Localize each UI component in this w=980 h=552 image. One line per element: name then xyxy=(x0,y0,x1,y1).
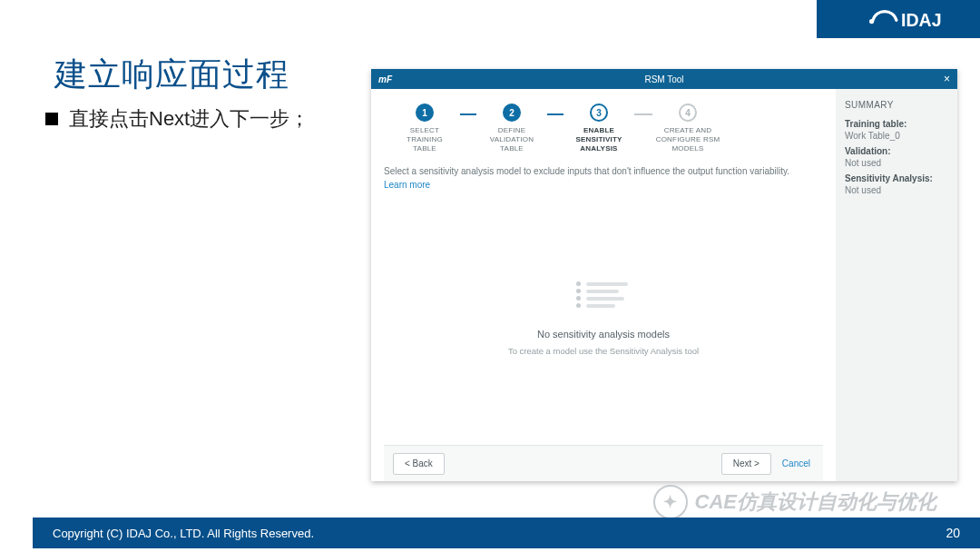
step-4[interactable]: 4 CREATE AND CONFIGURE RSM MODELS xyxy=(652,104,723,153)
step-3-circle: 3 xyxy=(590,104,608,122)
watermark: ✦ CAE仿真设计自动化与优化 xyxy=(653,485,936,519)
empty-state: No sensitivity analysis models To create… xyxy=(384,190,823,445)
brand-banner: IDAJ xyxy=(817,0,980,38)
step-3[interactable]: 3 ENABLE SENSITIVITY ANALYSIS xyxy=(564,104,634,153)
bullet-row: 直接点击Next进入下一步； xyxy=(45,105,309,133)
step-1-circle: 1 xyxy=(416,104,434,122)
summary-v-sensitivity: Not used xyxy=(845,185,948,195)
empty-state-title: No sensitivity analysis models xyxy=(537,329,670,340)
slide-title: 建立响应面过程 xyxy=(54,53,289,97)
step-2-label: DEFINE VALIDATION TABLE xyxy=(490,126,534,153)
instruction-text: Select a sensitivity analysis model to e… xyxy=(384,166,823,176)
summary-k-training: Training table: xyxy=(845,119,948,129)
step-2[interactable]: 2 DEFINE VALIDATION TABLE xyxy=(476,104,547,153)
step-4-circle: 4 xyxy=(679,104,697,122)
close-icon[interactable]: × xyxy=(944,73,950,85)
bullet-text: 直接点击Next进入下一步； xyxy=(69,105,309,133)
app-main: 1 SELECT TRAINING TABLE 2 DEFINE VALIDAT… xyxy=(371,89,836,481)
step-connector xyxy=(547,113,564,115)
empty-state-subtitle: To create a model use the Sensitivity An… xyxy=(508,346,699,356)
summary-heading: SUMMARY xyxy=(845,100,948,110)
step-1[interactable]: 1 SELECT TRAINING TABLE xyxy=(389,104,460,153)
slide: IDAJ 建立响应面过程 直接点击Next进入下一步； mF RSM Tool … xyxy=(0,0,980,552)
empty-state-icon xyxy=(576,279,631,310)
watermark-text: CAE仿真设计自动化与优化 xyxy=(695,488,936,516)
bullet-icon xyxy=(45,113,58,125)
step-3-label: ENABLE SENSITIVITY ANALYSIS xyxy=(575,126,622,153)
summary-k-sensitivity: Sensitivity Analysis: xyxy=(845,173,948,183)
summary-v-validation: Not used xyxy=(845,158,948,168)
app-titlebar: mF RSM Tool × xyxy=(371,69,957,89)
page-number: 20 xyxy=(946,526,960,540)
app-brand-icon: mF xyxy=(378,74,392,84)
copyright-text: Copyright (C) IDAJ Co., LTD. All Rights … xyxy=(53,527,314,540)
slide-footer: Copyright (C) IDAJ Co., LTD. All Rights … xyxy=(33,518,980,548)
app-title: RSM Tool xyxy=(644,74,683,84)
wizard-footer: < Back Next > Cancel xyxy=(384,445,823,481)
summary-k-validation: Validation: xyxy=(845,146,948,156)
summary-v-training: Work Table_0 xyxy=(845,131,948,141)
svg-text:IDAJ: IDAJ xyxy=(901,10,941,30)
idaj-logo: IDAJ xyxy=(869,7,964,31)
next-button[interactable]: Next > xyxy=(721,453,771,475)
learn-more-link[interactable]: Learn more xyxy=(384,180,823,190)
back-button[interactable]: < Back xyxy=(393,453,445,475)
step-1-label: SELECT TRAINING TABLE xyxy=(407,126,443,153)
rsm-tool-window: mF RSM Tool × 1 SELECT TRAINING TABLE 2 … xyxy=(371,69,957,481)
step-4-label: CREATE AND CONFIGURE RSM MODELS xyxy=(656,126,720,153)
cancel-link[interactable]: Cancel xyxy=(779,458,814,468)
step-2-circle: 2 xyxy=(503,104,521,122)
wechat-icon: ✦ xyxy=(653,485,688,519)
step-connector xyxy=(634,113,652,115)
step-connector xyxy=(460,113,476,115)
wizard-stepper: 1 SELECT TRAINING TABLE 2 DEFINE VALIDAT… xyxy=(389,104,823,153)
app-body: 1 SELECT TRAINING TABLE 2 DEFINE VALIDAT… xyxy=(371,89,957,481)
svg-point-0 xyxy=(869,19,874,24)
summary-panel: SUMMARY Training table: Work Table_0 Val… xyxy=(836,89,957,481)
